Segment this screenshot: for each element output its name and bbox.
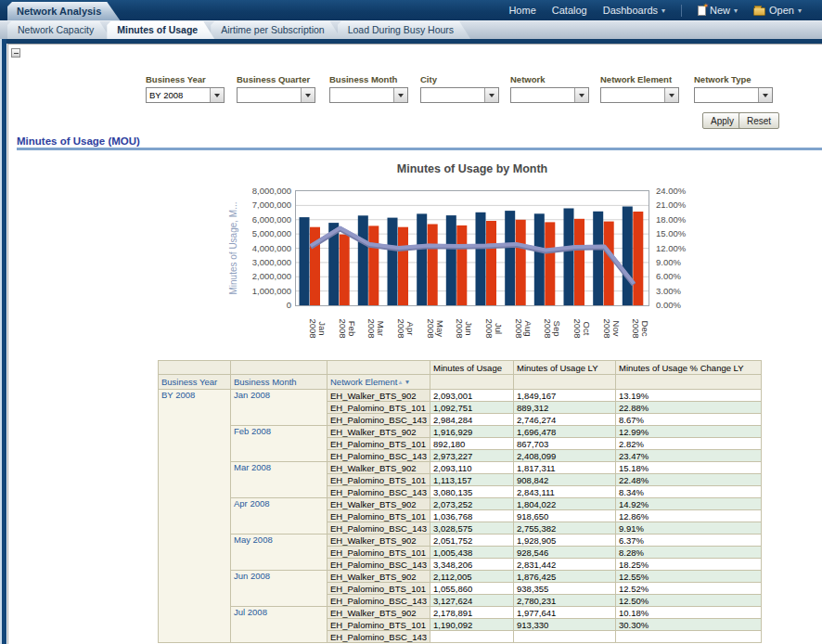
- nav-new-menu[interactable]: New ▾: [698, 5, 738, 16]
- filter-label: Network Element: [600, 74, 680, 84]
- bar-minutes-of-usage-ly[interactable]: [340, 235, 350, 305]
- city-select[interactable]: [420, 87, 499, 103]
- dropdown-arrow-icon[interactable]: [210, 88, 224, 102]
- apply-button[interactable]: Apply: [702, 112, 742, 129]
- filter-network-element: Network Element: [600, 74, 680, 103]
- cell-pct-change-ly: 8.67%: [616, 414, 762, 426]
- collapse-section-icon[interactable]: [11, 48, 20, 58]
- cell-business-month[interactable]: Jul 2008: [231, 607, 328, 643]
- cell-pct-change-ly: 14.92%: [616, 498, 762, 510]
- cell-pct-change-ly: 6.37%: [616, 535, 762, 547]
- x-axis-label: Jun 2008: [440, 313, 473, 344]
- dropdown-arrow-icon[interactable]: [484, 88, 498, 102]
- bar-minutes-of-usage-ly[interactable]: [428, 225, 438, 306]
- sort-ascending-icon[interactable]: ▲: [397, 379, 403, 385]
- business-month-select[interactable]: [329, 87, 408, 103]
- x-axis-label: Jul 2008: [469, 313, 503, 344]
- bar-minutes-of-usage[interactable]: [505, 211, 515, 305]
- empty-header-cell: [514, 375, 616, 390]
- bar-minutes-of-usage[interactable]: [564, 209, 574, 306]
- dropdown-arrow-icon[interactable]: [758, 88, 772, 102]
- bar-minutes-of-usage-ly[interactable]: [486, 221, 496, 305]
- business-year-select[interactable]: BY 2008: [146, 87, 225, 103]
- selected-value: [601, 88, 664, 102]
- cell-business-month[interactable]: May 2008: [231, 535, 328, 571]
- cell-pct-change-ly: 12.99%: [616, 426, 762, 438]
- cell-minutes-of-usage-ly: 938,355: [514, 583, 616, 595]
- cell-business-month[interactable]: Feb 2008: [231, 426, 328, 462]
- chevron-down-icon: ▾: [734, 6, 738, 15]
- cell-business-year[interactable]: BY 2008: [159, 390, 231, 643]
- cell-network-element: EH_Palomino_BTS_101: [328, 547, 430, 559]
- bar-minutes-of-usage[interactable]: [476, 213, 486, 305]
- dropdown-arrow-icon[interactable]: [301, 88, 315, 102]
- x-axis-label: Sep 2008: [528, 313, 561, 344]
- filter-network-type: Network Type: [694, 74, 774, 103]
- nav-catalog[interactable]: Catalog: [552, 5, 587, 16]
- network-type-select[interactable]: [694, 87, 773, 103]
- bar-minutes-of-usage[interactable]: [300, 217, 310, 305]
- dropdown-arrow-icon[interactable]: [574, 88, 588, 102]
- cell-minutes-of-usage: 3,028,575: [430, 522, 514, 535]
- bar-minutes-of-usage[interactable]: [388, 218, 398, 305]
- dropdown-arrow-icon[interactable]: [664, 88, 678, 102]
- nav-open-menu[interactable]: Open ▾: [753, 5, 802, 16]
- selected-value: [511, 88, 574, 102]
- cell-network-element: EH_Palomino_BTS_101: [328, 583, 430, 595]
- chart-title: Minutes of Usage by Month: [295, 162, 649, 175]
- business-quarter-select[interactable]: [237, 87, 315, 103]
- cell-minutes-of-usage: 2,051,752: [430, 535, 514, 547]
- cell-pct-change-ly: 8.34%: [616, 486, 762, 498]
- cell-network-element: EH_Palomino_BTS_101: [328, 474, 430, 486]
- dropdown-arrow-icon[interactable]: [393, 88, 407, 102]
- bar-minutes-of-usage-ly[interactable]: [574, 219, 584, 305]
- bar-minutes-of-usage-ly[interactable]: [604, 222, 614, 305]
- bar-minutes-of-usage-ly[interactable]: [633, 212, 643, 305]
- dashboard-tab-network-analysis[interactable]: Network Analysis: [7, 2, 120, 20]
- tab-load-during-busy-hours[interactable]: Load During Busy Hours: [338, 21, 470, 39]
- header-business-month: Business Month: [231, 375, 328, 390]
- bar-minutes-of-usage[interactable]: [358, 215, 368, 305]
- mou-chart-plot-area[interactable]: [295, 190, 649, 306]
- bar-minutes-of-usage[interactable]: [534, 213, 545, 305]
- bar-minutes-of-usage[interactable]: [417, 213, 427, 305]
- bar-minutes-of-usage[interactable]: [593, 212, 603, 305]
- cell-network-element: EH_Palomino_BSC_143: [328, 522, 430, 535]
- cell-network-element: EH_Walker_BTS_902: [328, 390, 430, 402]
- table-row: Mar 2008EH_Walker_BTS_9022,093,1101,817,…: [159, 462, 762, 474]
- mou-chart[interactable]: [296, 191, 649, 305]
- measure-header-row: Minutes of UsageMinutes of Usage LYMinut…: [159, 361, 762, 375]
- nav-open-label: Open: [769, 5, 794, 16]
- nav-home[interactable]: Home: [508, 5, 535, 16]
- x-axis-label: Apr 2008: [381, 313, 415, 344]
- bar-minutes-of-usage-ly[interactable]: [398, 227, 408, 305]
- bar-minutes-of-usage-ly[interactable]: [545, 222, 555, 305]
- y-right-tick: 9.00%: [656, 257, 712, 267]
- reset-button[interactable]: Reset: [739, 112, 779, 129]
- cell-business-month[interactable]: Mar 2008: [231, 462, 328, 498]
- sort-descending-icon[interactable]: ▼: [405, 379, 410, 385]
- tab-airtime-per-subscription[interactable]: Airtime per Subscription: [211, 21, 340, 39]
- y-left-tick: 0: [223, 300, 291, 310]
- table-row: Jul 2008EH_Walker_BTS_9022,178,8911,977,…: [159, 607, 762, 619]
- cell-network-element: EH_Walker_BTS_902: [328, 426, 430, 438]
- bar-minutes-of-usage[interactable]: [623, 207, 633, 306]
- tab-minutes-of-usage[interactable]: Minutes of Usage: [107, 21, 214, 39]
- bar-minutes-of-usage-ly[interactable]: [516, 220, 526, 305]
- empty-header-cell: [231, 361, 328, 375]
- bar-minutes-of-usage-ly[interactable]: [368, 225, 379, 305]
- bar-minutes-of-usage[interactable]: [446, 215, 456, 305]
- cell-business-month[interactable]: Jan 2008: [231, 390, 328, 426]
- empty-header-cell: [328, 361, 430, 375]
- nav-dashboards-menu[interactable]: Dashboards ▾: [603, 5, 665, 16]
- network-select[interactable]: [510, 87, 589, 103]
- cell-business-month[interactable]: Apr 2008: [231, 498, 328, 535]
- tab-network-capacity[interactable]: Network Capacity: [7, 21, 110, 39]
- network-element-select[interactable]: [600, 87, 679, 103]
- filter-label: City: [420, 74, 500, 84]
- bar-minutes-of-usage-ly[interactable]: [456, 225, 467, 305]
- header-network-element: Network Element▲▼: [328, 375, 430, 390]
- cell-business-month[interactable]: Jun 2008: [231, 571, 328, 607]
- filter-business-month: Business Month: [329, 74, 409, 103]
- global-nav: Home Catalog Dashboards ▾ New ▾ Open ▾: [508, 0, 802, 20]
